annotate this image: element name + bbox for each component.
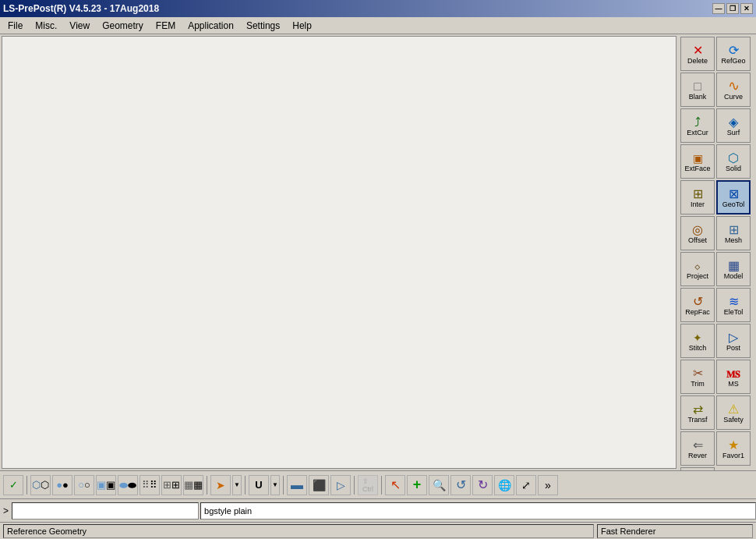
btm-check-button[interactable] bbox=[3, 475, 23, 495]
toolbar-extcur-button[interactable]: ExtCur bbox=[680, 108, 715, 143]
btm-more-button[interactable]: » bbox=[538, 475, 558, 495]
btm-rotate-button[interactable]: ↻ bbox=[472, 475, 493, 495]
toolbar-solid-button[interactable]: Solid bbox=[716, 144, 751, 179]
btm-cursor-button[interactable]: ↖ bbox=[385, 475, 405, 495]
btm-flat-button[interactable]: ▬ bbox=[287, 475, 307, 495]
grid2-icon: ▦ bbox=[184, 479, 203, 491]
separator-1 bbox=[26, 476, 27, 495]
extface-label: ExtFace bbox=[684, 165, 710, 172]
geotol-label: GeoTol bbox=[722, 200, 745, 208]
blank-label: Blank bbox=[689, 93, 707, 101]
zoom-icon: 🔍 bbox=[433, 479, 446, 491]
solid-label: Solid bbox=[726, 165, 741, 172]
viewport[interactable] bbox=[2, 36, 677, 469]
toolbar-eletol-button[interactable]: EleTol bbox=[716, 288, 751, 322]
btm-u-dropdown[interactable]: ▼ bbox=[270, 475, 280, 495]
toolbar-rever-button[interactable]: Rever bbox=[680, 431, 715, 466]
menu-view[interactable]: View bbox=[63, 19, 96, 33]
menu-fem[interactable]: FEM bbox=[150, 19, 182, 33]
menu-settings[interactable]: Settings bbox=[240, 19, 286, 33]
separator-6 bbox=[381, 476, 382, 495]
toolbar-geotol-button[interactable]: GeoTol bbox=[716, 180, 751, 215]
btm-cyl-button[interactable]: ⬬ bbox=[118, 475, 138, 495]
delete-label: Delete bbox=[687, 57, 708, 65]
btm-globe-button[interactable]: 🌐 bbox=[494, 475, 514, 495]
ms-icon bbox=[726, 366, 740, 380]
btm-sphere-button[interactable]: ● bbox=[52, 475, 72, 495]
main-layout: Delete RefGeo Blank Curve ExtCur Surf bbox=[0, 34, 756, 470]
menu-file[interactable]: File bbox=[2, 19, 29, 33]
toolbar-curve-button[interactable]: Curve bbox=[716, 73, 751, 107]
app-title: LS-PrePost(R) V4.5.23 - 17Aug2018 bbox=[3, 3, 159, 14]
btm-grid2-button[interactable]: ▦ bbox=[183, 475, 203, 495]
btm-expand-button[interactable]: ⤢ bbox=[516, 475, 536, 495]
repfac-label: RepFac bbox=[685, 308, 710, 316]
inter-label: Inter bbox=[691, 200, 705, 208]
title-bar-buttons: — ❐ ✕ bbox=[712, 3, 753, 14]
surf-icon bbox=[729, 115, 738, 129]
menu-geometry[interactable]: Geometry bbox=[96, 19, 150, 33]
btm-u-button[interactable]: U bbox=[249, 475, 269, 495]
model-icon bbox=[728, 258, 740, 272]
toolbar-inter-button[interactable]: Inter bbox=[680, 180, 715, 215]
btm-zoom-button[interactable]: 🔍 bbox=[429, 475, 449, 495]
menu-help[interactable]: Help bbox=[286, 19, 318, 33]
toolbar-ms-button[interactable]: MS bbox=[716, 360, 751, 394]
stitch-icon bbox=[693, 330, 702, 344]
toolbar-mesh-button[interactable]: Mesh bbox=[716, 216, 751, 250]
btm-grid-button[interactable]: ⊞ bbox=[161, 475, 182, 495]
menu-misc[interactable]: Misc. bbox=[29, 19, 63, 33]
btm-ring-button[interactable]: ○ bbox=[74, 475, 94, 495]
rever-icon bbox=[693, 438, 703, 452]
btm-cube3d-1-button[interactable]: ⬡ bbox=[30, 475, 51, 495]
btm-shiftctrl-button: ⇧Ctrl bbox=[358, 475, 378, 495]
toolbar-favor1-button[interactable]: Favor1 bbox=[716, 431, 751, 466]
post-label: Post bbox=[726, 344, 740, 352]
status-left-text: Reference Geometry bbox=[7, 527, 87, 536]
btm-refresh-button[interactable]: ↺ bbox=[450, 475, 471, 495]
toolbar-offset-button[interactable]: Offset bbox=[680, 216, 715, 250]
toolbar-safety-button[interactable]: Safety bbox=[716, 395, 751, 430]
cmd-area: > bgstyle plain bbox=[0, 498, 756, 522]
trim-label: Trim bbox=[691, 380, 705, 388]
title-bar: LS-PrePost(R) V4.5.23 - 17Aug2018 — ❐ ✕ bbox=[0, 0, 756, 17]
toolbar-repfac-button[interactable]: RepFac bbox=[680, 288, 715, 322]
cube3d-1-icon: ⬡ bbox=[32, 479, 49, 491]
btm-box-button[interactable]: ▣ bbox=[96, 475, 116, 495]
toolbar-trim-button[interactable]: Trim bbox=[680, 360, 715, 394]
cmd-input[interactable] bbox=[12, 502, 199, 519]
toolbar-blank-button[interactable]: Blank bbox=[680, 73, 715, 107]
btm-3d-button[interactable]: ⬛ bbox=[309, 475, 329, 495]
btm-color-dropdown[interactable]: ▼ bbox=[232, 475, 242, 495]
btm-plus-button[interactable]: + bbox=[407, 475, 427, 495]
toolbar-copy-button[interactable]: Copy bbox=[680, 467, 715, 470]
toolbar-project-button[interactable]: Project bbox=[680, 252, 715, 286]
btm-tri-button[interactable]: ▷ bbox=[330, 475, 351, 495]
btm-dots-button[interactable]: ⠿ bbox=[140, 475, 160, 495]
safety-icon bbox=[728, 402, 739, 416]
toolbar-refgeo-button[interactable]: RefGeo bbox=[716, 37, 751, 71]
status-bar: Reference Geometry Fast Renderer bbox=[0, 522, 756, 539]
toolbar-post-button[interactable]: Post bbox=[716, 324, 751, 358]
ring-icon: ○ bbox=[78, 479, 90, 491]
restore-button[interactable]: ❐ bbox=[726, 3, 739, 14]
close-button[interactable]: ✕ bbox=[740, 3, 753, 14]
box-icon: ▣ bbox=[97, 479, 115, 491]
eletol-icon bbox=[729, 294, 739, 308]
toolbar-model-button[interactable]: Model bbox=[716, 252, 751, 286]
transf-icon bbox=[693, 402, 703, 416]
rotate-icon: ↻ bbox=[478, 477, 488, 492]
toolbar-stitch-button[interactable]: Stitch bbox=[680, 324, 715, 358]
toolbar-surf-button[interactable]: Surf bbox=[716, 108, 751, 143]
toolbar-transf-button[interactable]: Transf bbox=[680, 395, 715, 430]
toolbar-extface-button[interactable]: ExtFace bbox=[680, 144, 715, 179]
more-icon: » bbox=[545, 479, 551, 491]
menu-application[interactable]: Application bbox=[182, 19, 240, 33]
toolbar-delete-button[interactable]: Delete bbox=[680, 37, 715, 71]
minimize-button[interactable]: — bbox=[712, 3, 725, 14]
mesh-label: Mesh bbox=[725, 236, 742, 244]
mesh-icon bbox=[729, 222, 739, 236]
right-toolbar-inner: Delete RefGeo Blank Curve ExtCur Surf bbox=[680, 36, 754, 470]
btm-color-arrow-button[interactable]: ➤ bbox=[210, 475, 231, 495]
3d-icon: ⬛ bbox=[313, 479, 326, 491]
